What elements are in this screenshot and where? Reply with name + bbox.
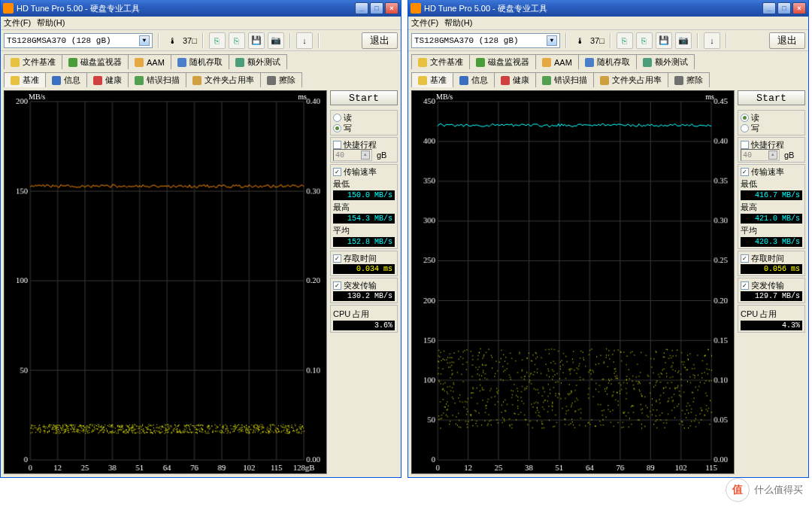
options-icon[interactable]: ↓: [296, 32, 313, 49]
screenshot-icon[interactable]: 📷: [268, 32, 284, 49]
tab-信息[interactable]: 信息: [45, 72, 87, 87]
tab-基准[interactable]: 基准: [4, 72, 46, 87]
side-panel: Start 读 写 快捷行程 40▴gB ✓传输速率 最低 150.0 MB/s…: [330, 90, 398, 474]
benchmark-graph: MB/s ms: [411, 90, 735, 474]
transfer-checkbox[interactable]: ✓: [333, 168, 341, 176]
toolbar: TS128GMSA370 (128 gB) ▼ 🌡 37□ ⎘ ⎘ 💾 📷 ↓ …: [408, 30, 808, 51]
drive-select[interactable]: TS128GMSA370 (128 gB) ▼: [411, 33, 560, 48]
shortstroke-checkbox[interactable]: [741, 141, 749, 149]
write-radio[interactable]: [333, 124, 341, 132]
close-button[interactable]: ×: [792, 2, 806, 14]
tab-擦除[interactable]: 擦除: [668, 72, 710, 87]
tab-磁盘监视器[interactable]: 磁盘监视器: [469, 54, 536, 69]
save-icon[interactable]: 💾: [656, 32, 672, 49]
chevron-down-icon: ▼: [547, 35, 557, 46]
erase-icon: [267, 76, 276, 85]
tab-基准[interactable]: 基准: [411, 72, 453, 87]
tab-错误扫描[interactable]: 错误扫描: [535, 72, 594, 87]
temperature-value: 37□: [183, 36, 197, 45]
menubar: 文件(F) 帮助(H): [1, 17, 401, 30]
menu-file[interactable]: 文件(F): [4, 17, 31, 29]
close-button[interactable]: ×: [385, 2, 398, 14]
tab-磁盘监视器[interactable]: 磁盘监视器: [62, 54, 129, 69]
tab-文件夹占用率[interactable]: 文件夹占用率: [186, 72, 261, 87]
tabs-row-1: 文件基准磁盘监视器AAM随机存取额外测试: [408, 51, 808, 69]
max-value: 421.0 MB/s: [741, 214, 802, 224]
aam-icon: [135, 58, 144, 67]
shortstroke-checkbox[interactable]: [333, 141, 341, 149]
burst-checkbox[interactable]: ✓: [741, 281, 749, 290]
exit-button[interactable]: 退出: [769, 32, 805, 49]
tab-信息[interactable]: 信息: [453, 72, 495, 87]
transfer-checkbox[interactable]: ✓: [741, 168, 749, 176]
copy-all-icon[interactable]: ⎘: [636, 32, 653, 49]
cpu-value: 4.3%: [741, 321, 802, 330]
start-button[interactable]: Start: [738, 90, 805, 105]
drive-select[interactable]: TS128GMSA370 (128 gB) ▼: [4, 33, 153, 48]
tab-AAM[interactable]: AAM: [128, 54, 171, 69]
start-button[interactable]: Start: [330, 90, 398, 105]
access-checkbox[interactable]: ✓: [333, 254, 341, 263]
benchmark-graph: MB/s ms: [4, 90, 327, 474]
shortstroke-input[interactable]: 40▴: [333, 149, 372, 161]
hdtune-window-1: HD Tune Pro 5.00 - 硬盘专业工具 _ □ × 文件(F) 帮助…: [408, 0, 809, 478]
tab-文件基准[interactable]: 文件基准: [4, 54, 62, 69]
copy-icon[interactable]: ⎘: [209, 32, 226, 49]
min-value: 150.0 MB/s: [333, 190, 395, 200]
chevron-down-icon: ▼: [139, 35, 150, 46]
extra-tests-icon: [643, 58, 652, 67]
disk-monitor-icon: [476, 58, 485, 67]
tab-额外测试[interactable]: 额外测试: [229, 54, 287, 69]
tab-文件基准[interactable]: 文件基准: [411, 54, 470, 69]
avg-value: 152.8 MB/s: [333, 237, 395, 247]
minimize-button[interactable]: _: [355, 2, 368, 14]
info-icon: [459, 76, 468, 85]
write-radio[interactable]: [741, 124, 749, 132]
screenshot-icon[interactable]: 📷: [675, 32, 692, 49]
maximize-button[interactable]: □: [370, 2, 383, 14]
menu-file[interactable]: 文件(F): [411, 17, 438, 29]
disk-monitor-icon: [68, 58, 77, 67]
cpu-value: 3.6%: [333, 321, 395, 330]
exit-button[interactable]: 退出: [362, 32, 398, 49]
tab-文件夹占用率[interactable]: 文件夹占用率: [593, 72, 668, 87]
save-icon[interactable]: 💾: [248, 32, 265, 49]
maximize-button[interactable]: □: [777, 2, 791, 14]
access-checkbox[interactable]: ✓: [741, 254, 749, 263]
burst-value: 129.7 MB/s: [741, 291, 802, 301]
read-radio[interactable]: [741, 114, 749, 122]
menu-help[interactable]: 帮助(H): [444, 17, 472, 29]
titlebar: HD Tune Pro 5.00 - 硬盘专业工具 _ □ ×: [408, 0, 808, 17]
tab-随机存取[interactable]: 随机存取: [171, 54, 229, 69]
toolbar: TS128GMSA370 (128 gB) ▼ 🌡 37□ ⎘ ⎘ 💾 📷 ↓ …: [1, 30, 401, 51]
copy-all-icon[interactable]: ⎘: [229, 32, 245, 49]
tab-健康[interactable]: 健康: [86, 72, 129, 87]
tab-额外测试[interactable]: 额外测试: [636, 54, 695, 69]
tab-擦除[interactable]: 擦除: [260, 72, 302, 87]
menu-help[interactable]: 帮助(H): [37, 17, 65, 29]
copy-icon[interactable]: ⎘: [617, 32, 633, 49]
health-icon: [501, 76, 510, 85]
max-value: 154.3 MB/s: [333, 214, 395, 224]
burst-checkbox[interactable]: ✓: [333, 281, 341, 290]
random-access-icon: [585, 58, 594, 67]
read-radio[interactable]: [333, 114, 341, 122]
random-access-icon: [177, 58, 186, 67]
menubar: 文件(F) 帮助(H): [408, 17, 808, 30]
min-value: 416.7 MB/s: [741, 190, 802, 200]
info-icon: [52, 76, 61, 85]
tab-错误扫描[interactable]: 错误扫描: [128, 72, 186, 87]
folder-usage-icon: [192, 76, 201, 85]
tab-AAM[interactable]: AAM: [535, 54, 579, 69]
benchmark-icon: [11, 76, 20, 85]
access-value: 0.034 ms: [333, 264, 395, 274]
tabs-row-1: 文件基准磁盘监视器AAM随机存取额外测试: [1, 51, 401, 69]
shortstroke-input[interactable]: 40▴: [741, 149, 780, 161]
tab-随机存取[interactable]: 随机存取: [578, 54, 637, 69]
tab-健康[interactable]: 健康: [494, 72, 536, 87]
side-panel: Start 读 写 快捷行程 40▴gB ✓传输速率 最低 416.7 MB/s…: [738, 90, 805, 474]
extra-tests-icon: [235, 58, 244, 67]
minimize-button[interactable]: _: [762, 2, 776, 14]
errorscan-icon: [135, 76, 144, 85]
options-icon[interactable]: ↓: [704, 32, 720, 49]
